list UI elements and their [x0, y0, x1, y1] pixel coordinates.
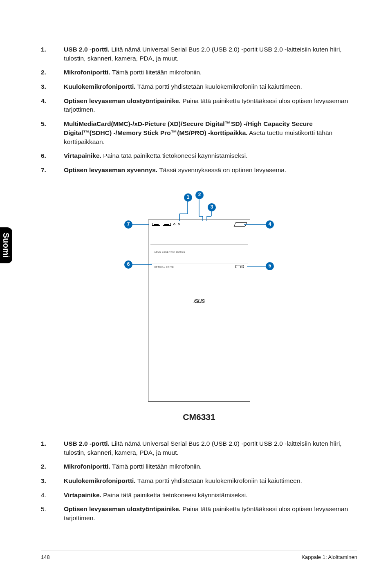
callout-4: 4 [266, 220, 274, 229]
optical-drive-bay [150, 263, 248, 263]
page-number: 148 [41, 554, 50, 561]
item-text: USB 2.0 -portti. Liitä nämä Universal Se… [64, 45, 357, 63]
item-number: 3. [41, 476, 64, 485]
callout-1: 1 [184, 193, 192, 202]
top-port-panel [150, 221, 249, 228]
item-text: Optisen levyaseman syvennys. Tässä syven… [64, 166, 357, 175]
item-text: MultiMediaCard(MMC)-/xD-Picture (XD)/Sec… [64, 119, 357, 146]
item-number: 5. [41, 505, 64, 522]
page-footer: 148 Kappale 1: Aloittaminen [41, 550, 357, 561]
callout-2: 2 [195, 191, 204, 199]
item-text: Optisen levyaseman ulostyöntipainike. Pa… [64, 97, 357, 114]
panel-divider [150, 245, 248, 245]
feature-item: 2.Mikrofoniportti. Tämä portti liitetään… [41, 462, 357, 471]
feature-item: 1.USB 2.0 -portti. Liitä nämä Universal … [41, 45, 357, 63]
item-text: Kuulokemikrofoniportti. Tämä portti yhdi… [64, 476, 357, 485]
feature-item: 3.Kuulokemikrofoniportti. Tämä portti yh… [41, 476, 357, 485]
item-text: Mikrofoniportti. Tämä portti liitetään m… [64, 68, 357, 77]
callout-5: 5 [266, 262, 274, 270]
device-diagram: ASUS ESSENTIO SERIES OPTICAL DRIVE /SUS [41, 191, 357, 423]
callout-3: 3 [208, 203, 216, 211]
device-body: ASUS ESSENTIO SERIES OPTICAL DRIVE /SUS [148, 220, 250, 402]
item-number: 4. [41, 97, 64, 114]
item-number: 2. [41, 68, 64, 77]
feature-item: 1.USB 2.0 -portti. Liitä nämä Universal … [41, 439, 357, 457]
mic-jack-icon [173, 223, 175, 225]
asus-logo: /SUS [148, 298, 250, 305]
feature-item: 3.Kuulokemikrofoniportti. Tämä portti yh… [41, 82, 357, 91]
headphone-jack-icon [178, 223, 180, 225]
item-number: 1. [41, 45, 64, 63]
series-label: ASUS ESSENTIO SERIES [154, 251, 185, 254]
feature-list-bottom: 1.USB 2.0 -portti. Liitä nämä Universal … [41, 439, 357, 523]
item-number: 1. [41, 439, 64, 457]
item-text: Optisen levyaseman ulostyöntipainike. Pa… [64, 505, 357, 522]
item-text: USB 2.0 -portti. Liitä nämä Universal Se… [64, 439, 357, 457]
item-number: 2. [41, 462, 64, 471]
feature-item: 5.MultiMediaCard(MMC)-/xD-Picture (XD)/S… [41, 119, 357, 146]
item-text: Kuulokemikrofoniportti. Tämä portti yhdi… [64, 82, 357, 91]
model-label: CM6331 [183, 411, 215, 423]
callout-6: 6 [124, 260, 132, 269]
eject-button-icon [235, 265, 244, 268]
feature-item: 5.Optisen levyaseman ulostyöntipainike. … [41, 505, 357, 522]
callout-7: 7 [124, 220, 132, 229]
side-language-tab: Suomi [0, 227, 12, 263]
feature-item: 4.Virtapainike. Paina tätä painiketta ti… [41, 491, 357, 500]
item-number: 4. [41, 491, 64, 500]
item-number: 7. [41, 166, 64, 175]
item-number: 6. [41, 151, 64, 160]
drive-label: OPTICAL DRIVE [154, 266, 174, 269]
feature-item: 2.Mikrofoniportti. Tämä portti liitetään… [41, 68, 357, 77]
item-text: Mikrofoniportti. Tämä portti liitetään m… [64, 462, 357, 471]
power-button-icon [234, 222, 247, 227]
feature-item: 4.Optisen levyaseman ulostyöntipainike. … [41, 97, 357, 114]
chapter-title: Kappale 1: Aloittaminen [301, 554, 357, 561]
usb-port-icon [163, 223, 171, 226]
feature-item: 7.Optisen levyaseman syvennys. Tässä syv… [41, 166, 357, 175]
item-text: Virtapainike. Paina tätä painiketta tiet… [64, 151, 357, 160]
item-text: Virtapainike. Paina tätä painiketta tiet… [64, 491, 357, 500]
feature-list-top: 1.USB 2.0 -portti. Liitä nämä Universal … [41, 45, 357, 175]
item-number: 3. [41, 82, 64, 91]
item-number: 5. [41, 119, 64, 146]
feature-item: 6.Virtapainike. Paina tätä painiketta ti… [41, 151, 357, 160]
usb-port-icon [152, 223, 160, 226]
